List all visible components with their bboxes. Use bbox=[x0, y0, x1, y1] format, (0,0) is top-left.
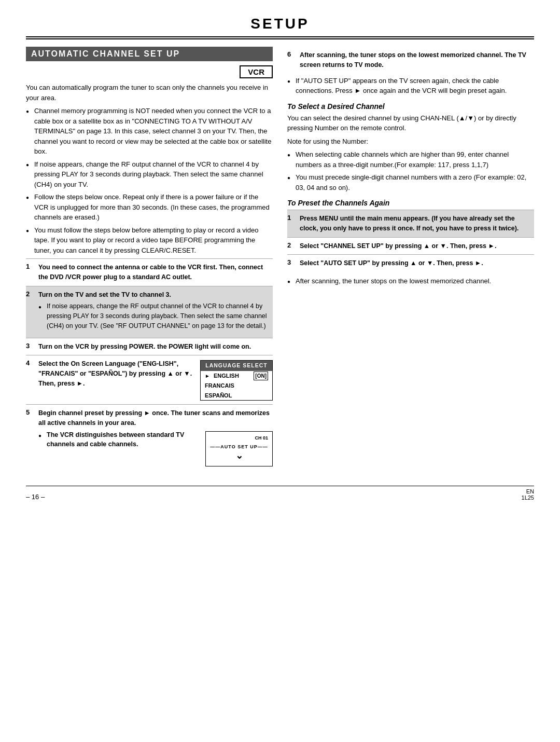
step-number: 1 bbox=[26, 263, 35, 270]
step-number: 2 bbox=[287, 241, 297, 249]
step-2: 2 Turn on the TV and set the TV to chann… bbox=[26, 286, 273, 338]
preset-again-title: To Preset the Channels Again bbox=[287, 199, 534, 207]
arrow-down-icon: ⌄ bbox=[210, 449, 268, 463]
list-item: You must precede single-digit channel nu… bbox=[287, 172, 534, 193]
list-item: Channel memory programming is NOT needed… bbox=[26, 106, 273, 157]
step-1: 1 You need to connect the antenna or cab… bbox=[26, 258, 273, 286]
list-item: When selecting cable channels which are … bbox=[287, 149, 534, 170]
list-item: The VCR distinguishes between standard T… bbox=[38, 430, 273, 450]
step-5: 5 Begin channel preset by pressing ► onc… bbox=[26, 404, 273, 470]
step-number: 5 bbox=[26, 408, 35, 416]
title-divider bbox=[26, 36, 534, 39]
step-number: 3 bbox=[26, 342, 35, 350]
step-number: 2 bbox=[26, 290, 35, 298]
list-item: You must follow the steps below before a… bbox=[26, 225, 273, 256]
select-desired-title: To Select a Desired Channel bbox=[287, 102, 534, 111]
step-text: Begin channel preset by pressing ► once.… bbox=[38, 408, 273, 466]
language-box-header: LANGUAGE SELECT bbox=[201, 361, 272, 371]
step-text: Select "CHANNEL SET UP" by pressing ▲ or… bbox=[300, 241, 534, 251]
language-item-espanol: ESPAÑOL bbox=[201, 391, 272, 401]
footer-locale: EN 1L25 bbox=[522, 488, 534, 501]
step-text: Press MENU until the main menu appears. … bbox=[300, 214, 534, 233]
section-header: AUTOMATIC CHANNEL SET UP bbox=[26, 47, 273, 61]
preset-step-1: 1 Press MENU until the main menu appears… bbox=[287, 210, 534, 237]
step-6: 6 After scanning, the tuner stops on the… bbox=[287, 47, 534, 74]
list-item: If noise appears, change the RF output c… bbox=[26, 159, 273, 190]
language-item-francais: FRANCAIS bbox=[201, 381, 272, 391]
preset-step-3: 3 Select "AUTO SET UP" by pressing ▲ or … bbox=[287, 254, 534, 272]
intro-text: You can automatically program the tuner … bbox=[26, 83, 273, 103]
step-number: 3 bbox=[287, 258, 297, 266]
step-number: 6 bbox=[287, 50, 297, 58]
list-item: If noise appears, change the RF output c… bbox=[38, 301, 273, 331]
list-item: Follow the steps below once. Repeat only… bbox=[26, 192, 273, 223]
step-text: Select "AUTO SET UP" by pressing ▲ or ▼.… bbox=[300, 258, 534, 268]
select-desired-body: You can select the desired channel by us… bbox=[287, 113, 534, 133]
step-text: After scanning, the tuner stops on the l… bbox=[300, 50, 534, 70]
left-column: AUTOMATIC CHANNEL SET UP VCR You can aut… bbox=[26, 47, 273, 470]
step-text: You need to connect the antenna or cable… bbox=[38, 263, 273, 282]
list-item: After scanning, the tuner stops on the l… bbox=[287, 276, 534, 286]
locale-sub-label: 1L25 bbox=[522, 494, 534, 501]
list-item: If "AUTO SET UP" appears on the TV scree… bbox=[287, 76, 534, 96]
step-text: LANGUAGE SELECT ► ENGLISH [ON] FRANCAIS … bbox=[38, 359, 273, 401]
step-text: Turn on the VCR by pressing POWER. the P… bbox=[38, 342, 273, 352]
step-number: 4 bbox=[26, 359, 35, 367]
note-header: Note for using the Number: bbox=[287, 136, 534, 147]
vcr-badge: VCR bbox=[240, 65, 273, 78]
step-text: Turn on the TV and set the TV to channel… bbox=[38, 290, 273, 334]
locale-label: EN bbox=[522, 488, 534, 494]
step-3: 3 Turn on the VCR by pressing POWER. the… bbox=[26, 338, 273, 355]
footer-page: – 16 – bbox=[26, 493, 45, 501]
page-title: SETUP bbox=[26, 16, 534, 32]
step-4: 4 LANGUAGE SELECT ► ENGLISH [ON] FRANCAI… bbox=[26, 355, 273, 404]
footer: – 16 – EN 1L25 bbox=[26, 486, 534, 501]
language-item-english: ► ENGLISH [ON] bbox=[201, 371, 272, 381]
language-select-box: LANGUAGE SELECT ► ENGLISH [ON] FRANCAIS … bbox=[200, 360, 273, 401]
right-column: 6 After scanning, the tuner stops on the… bbox=[287, 47, 534, 470]
step-number: 1 bbox=[287, 214, 297, 222]
preset-step-2: 2 Select "CHANNEL SET UP" by pressing ▲ … bbox=[287, 237, 534, 255]
intro-bullets: Channel memory programming is NOT needed… bbox=[26, 106, 273, 255]
